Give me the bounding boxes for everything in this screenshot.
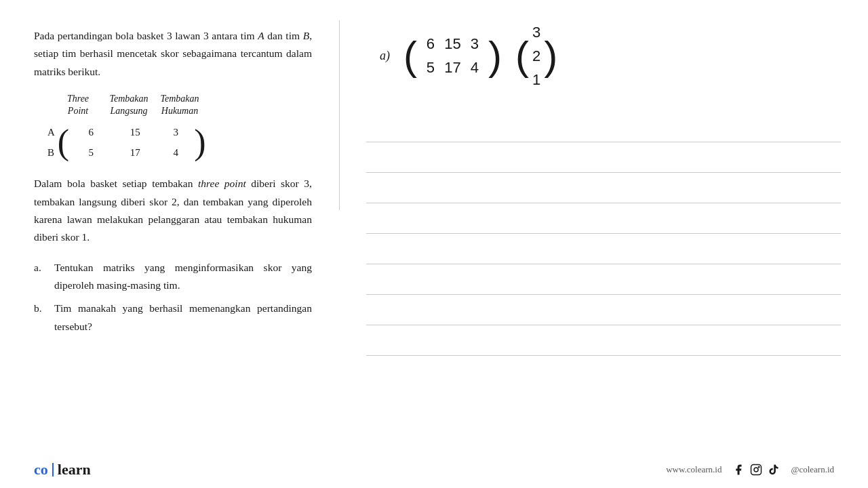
matrix-bracket: A B ( 6 15 3 5 17 4 ) bbox=[47, 122, 206, 163]
logo-co: co bbox=[34, 461, 48, 479]
page-container: Pada pertandingan bola basket 3 lawan 3 … bbox=[0, 0, 868, 488]
col-header-tembakan-hukuman: Tembakan Hukuman bbox=[156, 93, 203, 117]
matrix-data: 6 15 3 5 17 4 bbox=[71, 122, 193, 163]
social-icons bbox=[732, 463, 781, 476]
cell-a-threepoint: 6 bbox=[71, 127, 111, 138]
m1-r1c3: 3 bbox=[465, 35, 485, 53]
logo-learn: learn bbox=[58, 461, 91, 479]
question-label-a: a. bbox=[34, 259, 47, 295]
right-panel: a) ( 6 15 3 5 17 4 ) ( 3 2 bbox=[339, 0, 868, 488]
svg-point-1 bbox=[754, 468, 758, 472]
social-handle: @colearn.id bbox=[791, 464, 834, 475]
instagram-icon bbox=[749, 463, 763, 476]
answer-line-8 bbox=[366, 325, 841, 356]
matrix-bracket-left: ( bbox=[58, 127, 69, 159]
m2-r1: 3 bbox=[532, 24, 540, 41]
answer-area-a: a) ( 6 15 3 5 17 4 ) ( 3 2 bbox=[380, 20, 841, 92]
m1-r2c3: 4 bbox=[465, 59, 485, 77]
answer-lines bbox=[366, 105, 841, 356]
cell-b-langsung: 17 bbox=[111, 147, 159, 159]
problem-paragraph: Pada pertandingan bola basket 3 lawan 3 … bbox=[34, 27, 312, 81]
question-list: a. Tentukan matriks yang menginformasika… bbox=[34, 259, 312, 336]
m1-r1c1: 6 bbox=[420, 35, 441, 53]
question-text-a: Tentukan matriks yang menginformasikan s… bbox=[54, 259, 312, 295]
row-labels: A B bbox=[47, 122, 55, 163]
answer-line-5 bbox=[366, 234, 841, 264]
answer-line-3 bbox=[366, 173, 841, 203]
footer: co learn www.colearn.id bbox=[0, 451, 868, 488]
matrix2-data: 3 2 1 bbox=[529, 20, 544, 92]
left-panel: Pada pertandingan bola basket 3 lawan 3 … bbox=[0, 0, 339, 488]
col-header-tembakan-langsung: Tembakan Langsung bbox=[102, 93, 156, 117]
m2-r3: 1 bbox=[532, 71, 540, 89]
col-header-three-point: Three Point bbox=[54, 93, 102, 117]
question-text-b: Tim manakah yang berhasil memenangkan pe… bbox=[54, 300, 312, 336]
matrix1-bracket-right: ) bbox=[488, 36, 502, 77]
answer-matrix-1: ( 6 15 3 5 17 4 ) bbox=[403, 33, 502, 80]
colearn-logo: co learn bbox=[34, 461, 91, 479]
svg-point-2 bbox=[759, 466, 760, 468]
matrix2-bracket-right: ) bbox=[544, 36, 557, 77]
svg-rect-0 bbox=[751, 464, 762, 474]
answer-line-1 bbox=[366, 112, 841, 142]
row-label-a: A bbox=[47, 127, 55, 138]
question-item-a: a. Tentukan matriks yang menginformasika… bbox=[34, 259, 312, 295]
facebook-icon bbox=[732, 463, 745, 476]
part-a-label: a) bbox=[380, 49, 390, 63]
m1-r1c2: 15 bbox=[441, 35, 465, 53]
tiktok-icon bbox=[767, 463, 781, 476]
matrix1-bracket-left: ( bbox=[403, 36, 417, 77]
answer-matrix-2: ( 3 2 1 ) bbox=[515, 20, 557, 92]
matrix-bracket-right: ) bbox=[194, 127, 205, 159]
matrix-section: Three Point Tembakan Langsung Tembakan H… bbox=[47, 93, 312, 163]
row-label-b: B bbox=[47, 147, 55, 159]
logo-divider-line bbox=[52, 463, 54, 476]
m2-r2: 2 bbox=[532, 47, 540, 65]
description-paragraph: Dalam bola basket setiap tembakan three … bbox=[34, 175, 312, 246]
matrix1-data: 6 15 3 5 17 4 bbox=[417, 33, 488, 80]
m1-r2c2: 17 bbox=[441, 59, 465, 77]
answer-line-2 bbox=[366, 142, 841, 173]
answer-line-4 bbox=[366, 203, 841, 234]
cell-a-langsung: 15 bbox=[111, 127, 159, 138]
question-item-b: b. Tim manakah yang berhasil memenangkan… bbox=[34, 300, 312, 336]
website-url: www.colearn.id bbox=[666, 464, 722, 475]
column-headers: Three Point Tembakan Langsung Tembakan H… bbox=[54, 93, 206, 117]
question-label-b: b. bbox=[34, 300, 47, 336]
cell-a-hukuman: 3 bbox=[159, 127, 193, 138]
answer-line-6 bbox=[366, 264, 841, 295]
cell-b-hukuman: 4 bbox=[159, 147, 193, 159]
answer-line-7 bbox=[366, 295, 841, 325]
m1-r2c1: 5 bbox=[420, 59, 441, 77]
footer-right: www.colearn.id bbox=[666, 463, 834, 476]
matrix2-bracket-left: ( bbox=[515, 36, 529, 77]
cell-b-threepoint: 5 bbox=[71, 147, 111, 159]
